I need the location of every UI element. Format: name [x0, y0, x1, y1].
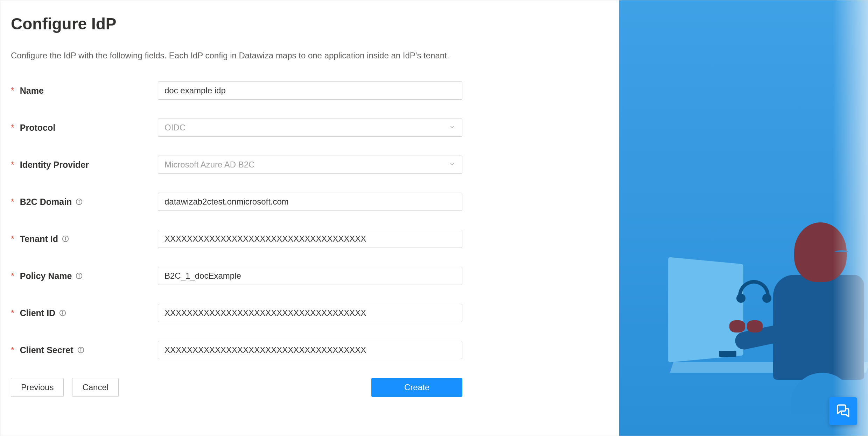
- chat-icon: [836, 403, 850, 419]
- row-client-id: * Client ID: [11, 304, 609, 322]
- tenant-id-input[interactable]: [158, 230, 462, 248]
- required-star-icon: *: [11, 345, 14, 355]
- info-icon[interactable]: [77, 346, 85, 354]
- chat-button[interactable]: [829, 397, 857, 425]
- label-client-secret: * Client Secret: [11, 345, 158, 355]
- name-input[interactable]: [158, 81, 462, 100]
- illustration-monitor: [668, 257, 743, 363]
- client-secret-input[interactable]: [158, 341, 462, 359]
- row-client-secret: * Client Secret: [11, 341, 609, 359]
- required-star-icon: *: [11, 197, 14, 207]
- label-protocol-text: Protocol: [20, 123, 55, 133]
- label-protocol: * Protocol: [11, 123, 158, 133]
- chevron-down-icon: [449, 123, 456, 133]
- row-tenant-id: * Tenant Id: [11, 230, 609, 248]
- protocol-select[interactable]: OIDC: [158, 119, 462, 137]
- required-star-icon: *: [11, 86, 14, 96]
- row-identity-provider: * Identity Provider Microsoft Azure AD B…: [11, 156, 609, 174]
- label-policy-name: * Policy Name: [11, 271, 158, 281]
- label-identity-provider: * Identity Provider: [11, 160, 158, 170]
- button-row: Previous Cancel Create: [11, 378, 462, 397]
- cancel-button[interactable]: Cancel: [72, 378, 119, 397]
- row-policy-name: * Policy Name: [11, 267, 609, 285]
- svg-point-8: [79, 274, 79, 274]
- label-tenant-id: * Tenant Id: [11, 234, 158, 244]
- label-tenant-id-text: Tenant Id: [20, 234, 58, 244]
- row-protocol: * Protocol OIDC: [11, 119, 609, 137]
- page-description: Configure the IdP with the following fie…: [11, 51, 609, 60]
- label-b2c-domain-text: B2C Domain: [20, 197, 72, 207]
- identity-provider-select-value: Microsoft Azure AD B2C: [164, 160, 254, 170]
- info-icon[interactable]: [75, 272, 83, 280]
- label-identity-provider-text: Identity Provider: [20, 160, 89, 170]
- info-icon[interactable]: [62, 235, 69, 243]
- page-title: Configure IdP: [11, 14, 609, 33]
- label-client-secret-text: Client Secret: [20, 345, 74, 355]
- illustration-keyboard: [719, 351, 736, 357]
- row-name: * Name: [11, 81, 609, 100]
- identity-provider-select[interactable]: Microsoft Azure AD B2C: [158, 156, 462, 174]
- svg-point-11: [62, 311, 63, 312]
- label-name: * Name: [11, 86, 158, 96]
- svg-point-2: [79, 200, 79, 200]
- previous-button[interactable]: Previous: [11, 378, 64, 397]
- info-icon[interactable]: [75, 198, 83, 206]
- illustration-person-glasses: [834, 250, 848, 254]
- info-icon[interactable]: [59, 309, 66, 317]
- required-star-icon: *: [11, 234, 14, 244]
- label-client-id: * Client ID: [11, 308, 158, 318]
- form-panel: Configure IdP Configure the IdP with the…: [0, 0, 619, 436]
- chevron-down-icon: [449, 160, 456, 170]
- label-b2c-domain: * B2C Domain: [11, 197, 158, 207]
- illustration-panel: [619, 0, 868, 436]
- illustration-person-hand: [747, 320, 763, 333]
- required-star-icon: *: [11, 308, 14, 318]
- client-id-input[interactable]: [158, 304, 462, 322]
- row-b2c-domain: * B2C Domain: [11, 193, 609, 211]
- svg-point-14: [80, 348, 81, 349]
- label-name-text: Name: [20, 86, 44, 96]
- policy-name-input[interactable]: [158, 267, 462, 285]
- required-star-icon: *: [11, 271, 14, 281]
- create-button[interactable]: Create: [371, 378, 462, 397]
- label-client-id-text: Client ID: [20, 308, 55, 318]
- required-star-icon: *: [11, 123, 14, 133]
- svg-point-5: [65, 237, 65, 237]
- configure-idp-page: Configure IdP Configure the IdP with the…: [0, 0, 868, 436]
- b2c-domain-input[interactable]: [158, 193, 462, 211]
- required-star-icon: *: [11, 160, 14, 170]
- illustration-person-hand: [729, 320, 745, 333]
- protocol-select-value: OIDC: [164, 123, 186, 133]
- label-policy-name-text: Policy Name: [20, 271, 72, 281]
